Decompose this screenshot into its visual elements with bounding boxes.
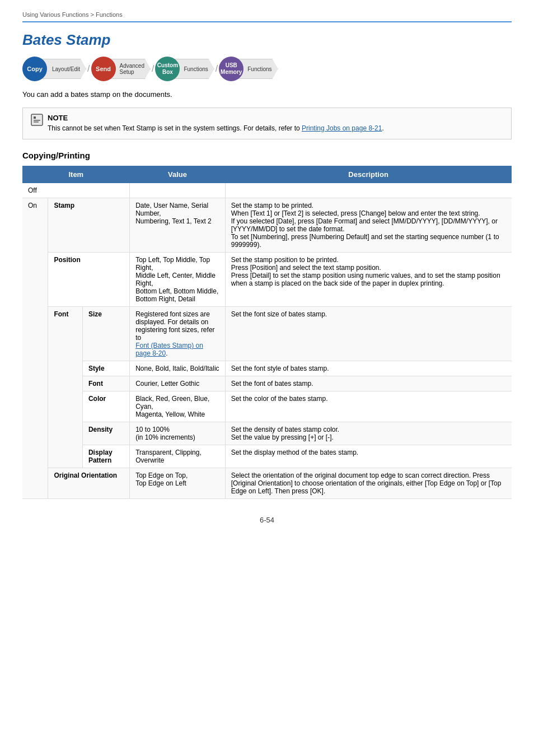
size-label: Size bbox=[82, 307, 129, 361]
position-desc: Set the stamp position to be printed. Pr… bbox=[225, 253, 512, 307]
usb-tab-label: Functions bbox=[247, 66, 271, 72]
nav-item-copy: Copy Layout/Edit bbox=[22, 57, 86, 81]
style-desc: Set the font style of bates stamp. bbox=[225, 361, 512, 376]
note-box: NOTE This cannot be set when Text Stamp … bbox=[22, 108, 512, 139]
on-label: On bbox=[22, 198, 48, 499]
density-desc: Set the density of bates stamp color.Set… bbox=[225, 422, 512, 445]
orientation-label: Original Orientation bbox=[48, 468, 130, 499]
custom-box-tab-label: Functions bbox=[184, 66, 208, 72]
display-label: DisplayPattern bbox=[82, 445, 129, 468]
sep-2: / bbox=[152, 64, 154, 74]
font-font-label: Font bbox=[82, 376, 129, 391]
svg-rect-2 bbox=[34, 120, 40, 121]
header-item: Item bbox=[22, 166, 130, 183]
note-link[interactable]: Printing Jobs on page 8-21 bbox=[302, 124, 382, 132]
send-tab-label: AdvancedSetup bbox=[120, 63, 144, 75]
size-desc: Set the font size of bates stamp. bbox=[225, 307, 512, 361]
table-row: DisplayPattern Transparent, Clipping, Ov… bbox=[22, 445, 512, 468]
page-number: 6-54 bbox=[22, 516, 512, 524]
font-size-link[interactable]: Font (Bates Stamp) on page 8-20 bbox=[135, 342, 203, 357]
copy-circle[interactable]: Copy bbox=[22, 57, 47, 81]
note-content: NOTE This cannot be set when Text Stamp … bbox=[48, 114, 384, 133]
description-text: You can add a bates stamp on the documen… bbox=[22, 90, 512, 99]
nav-item-usb: USBMemory Functions bbox=[219, 57, 278, 81]
nav-item-send: Send AdvancedSetup bbox=[91, 57, 151, 81]
table-row: Off bbox=[22, 183, 512, 198]
note-text: This cannot be set when Text Stamp is se… bbox=[48, 123, 384, 133]
color-value: Black, Red, Green, Blue, Cyan,Magenta, Y… bbox=[130, 391, 226, 422]
custom-box-tab: Functions bbox=[174, 59, 214, 79]
display-desc: Set the display method of the bates stam… bbox=[225, 445, 512, 468]
table-row: Original Orientation Top Edge on Top,Top… bbox=[22, 468, 512, 499]
svg-rect-1 bbox=[34, 116, 36, 119]
table-row: On Stamp Date, User Name, Serial Number,… bbox=[22, 198, 512, 253]
size-value: Registered font sizes aredisplayed. For … bbox=[130, 307, 226, 361]
send-tab: AdvancedSetup bbox=[110, 59, 151, 79]
color-desc: Set the color of the bates stamp. bbox=[225, 391, 512, 422]
style-value: None, Bold, Italic, Bold/Italic bbox=[130, 361, 226, 376]
table-row: Color Black, Red, Green, Blue, Cyan,Mage… bbox=[22, 391, 512, 422]
color-label: Color bbox=[82, 391, 129, 422]
orientation-desc: Select the orientation of the original d… bbox=[225, 468, 512, 499]
density-value: 10 to 100%(in 10% increments) bbox=[130, 422, 226, 445]
table-row: Style None, Bold, Italic, Bold/Italic Se… bbox=[22, 361, 512, 376]
off-desc bbox=[225, 183, 512, 198]
usb-tab: Functions bbox=[238, 59, 278, 79]
svg-rect-3 bbox=[34, 122, 39, 123]
density-label: Density bbox=[82, 422, 129, 445]
send-circle-label: Send bbox=[96, 66, 111, 72]
sep-3: / bbox=[216, 64, 218, 74]
note-icon bbox=[31, 114, 43, 129]
stamp-label: Stamp bbox=[48, 198, 130, 253]
note-title: NOTE bbox=[48, 114, 384, 122]
section-title: Copying/Printing bbox=[22, 151, 512, 160]
table-row: Font Courier, Letter Gothic Set the font… bbox=[22, 376, 512, 391]
copy-circle-label: Copy bbox=[27, 66, 43, 72]
display-value: Transparent, Clipping, Overwrite bbox=[130, 445, 226, 468]
header-description: Description bbox=[225, 166, 512, 183]
custom-box-circle-label: CustomBox bbox=[157, 62, 178, 76]
copy-tab-label: Layout/Edit bbox=[52, 66, 80, 72]
page-title: Bates Stamp bbox=[22, 31, 512, 49]
sep-1: / bbox=[87, 64, 90, 74]
stamp-value: Date, User Name, Serial Number,Numbering… bbox=[130, 198, 226, 253]
off-value bbox=[130, 183, 226, 198]
font-label: Font bbox=[48, 307, 83, 468]
breadcrumb: Using Various Functions > Functions bbox=[22, 11, 512, 22]
table-row: Density 10 to 100%(in 10% increments) Se… bbox=[22, 422, 512, 445]
nav-bar: Copy Layout/Edit / Send AdvancedSetup / … bbox=[22, 57, 512, 81]
table-row: Font Size Registered font sizes aredispl… bbox=[22, 307, 512, 361]
off-label: Off bbox=[22, 183, 130, 198]
position-label: Position bbox=[48, 253, 130, 307]
header-value: Value bbox=[130, 166, 226, 183]
font-font-desc: Set the font of bates stamp. bbox=[225, 376, 512, 391]
copy-tab: Layout/Edit bbox=[43, 59, 86, 79]
send-circle[interactable]: Send bbox=[91, 57, 116, 81]
main-table: Item Value Description Off On Stamp Date… bbox=[22, 166, 512, 499]
style-label: Style bbox=[82, 361, 129, 376]
usb-circle-label: USBMemory bbox=[221, 62, 242, 76]
stamp-desc: Set the stamp to be printed. When [Text … bbox=[225, 198, 512, 253]
orientation-value: Top Edge on Top,Top Edge on Left bbox=[130, 468, 226, 499]
usb-circle[interactable]: USBMemory bbox=[219, 57, 243, 81]
position-value: Top Left, Top Middle, Top Right,Middle L… bbox=[130, 253, 226, 307]
nav-item-custom-box: CustomBox Functions bbox=[155, 57, 214, 81]
table-row: Position Top Left, Top Middle, Top Right… bbox=[22, 253, 512, 307]
font-font-value: Courier, Letter Gothic bbox=[130, 376, 226, 391]
